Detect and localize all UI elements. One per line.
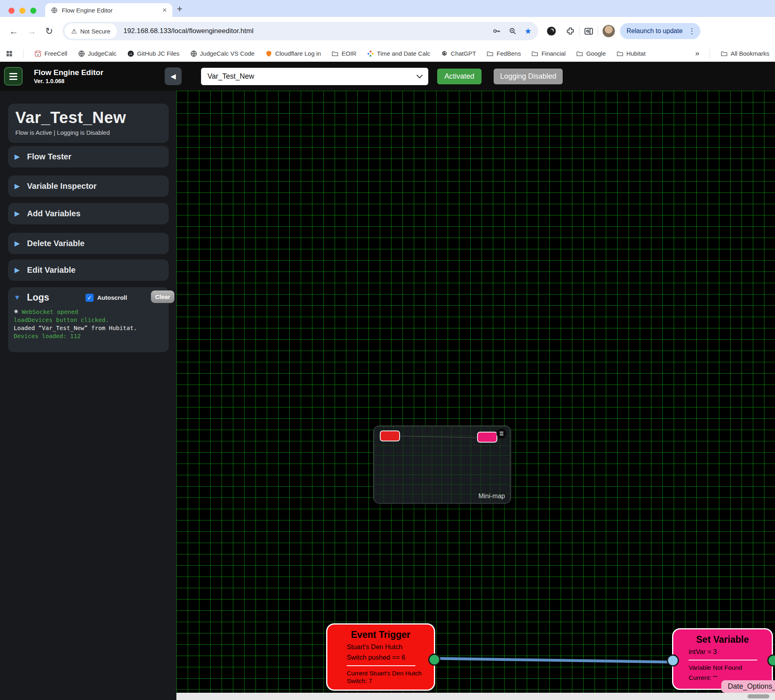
log-entry: Devices loaded: 112 xyxy=(14,332,163,340)
browser-toolbar: ← → ↻ ⚠ Not Secure 192.168.68.133/local/… xyxy=(0,17,775,45)
logging-disabled-button[interactable]: Logging Disabled xyxy=(494,69,563,84)
url-bar[interactable]: ⚠ Not Secure 192.168.68.133/local/flowen… xyxy=(63,22,538,40)
horizontal-scrollbar[interactable] xyxy=(176,693,775,700)
tab-title: Flow Engine Editor xyxy=(62,7,158,14)
output-port[interactable] xyxy=(428,654,440,666)
globe-icon xyxy=(190,50,197,57)
window-minimize-button[interactable] xyxy=(19,8,25,14)
relaunch-label: Relaunch to update xyxy=(626,27,683,35)
mini-map-menu-button[interactable] xyxy=(496,428,507,439)
bookmark-github-jc-files[interactable]: GitHub JC Files xyxy=(127,50,180,57)
tab-favicon-globe-icon xyxy=(51,7,58,14)
collapsed-triangle-icon: ▶ xyxy=(15,209,20,218)
node-condition: Switch pushed == 6 xyxy=(347,654,434,661)
tab-close-icon[interactable]: × xyxy=(162,6,167,15)
browser-menu-icon[interactable]: ⋮ xyxy=(687,27,697,36)
mini-map-node-event-trigger xyxy=(380,430,400,441)
window-close-button[interactable] xyxy=(8,8,15,14)
sidebar-section-delete-variable[interactable]: ▶ Delete Variable xyxy=(8,233,169,254)
bookmark-cloudflare-login[interactable]: Cloudflare Log in xyxy=(265,50,321,57)
app-menu-button[interactable] xyxy=(4,67,23,86)
collapsed-triangle-icon: ▶ xyxy=(15,153,20,161)
mini-map-label: Mini-map xyxy=(478,493,505,500)
relaunch-to-update-button[interactable]: Relaunch to update ⋮ xyxy=(620,23,700,39)
collapsed-triangle-icon: ▶ xyxy=(15,182,20,190)
window-zoom-button[interactable] xyxy=(30,8,36,14)
github-icon xyxy=(127,50,134,57)
forward-icon[interactable]: → xyxy=(27,26,36,37)
bookmarks-overflow-chevron[interactable]: » xyxy=(695,49,699,58)
collapsed-triangle-icon: ▶ xyxy=(15,266,20,274)
node-assignment: intVar = 3 xyxy=(689,648,772,656)
cloudflare-icon xyxy=(265,50,272,57)
site-security-chip[interactable]: ⚠ Not Secure xyxy=(65,23,117,39)
horizontal-scrollbar-thumb[interactable] xyxy=(748,694,769,698)
folder-icon xyxy=(616,50,624,57)
bookmark-star-icon[interactable]: ★ xyxy=(524,26,532,36)
flow-select[interactable]: Var_Test_New xyxy=(201,68,428,85)
sidebar-section-edit-variable[interactable]: ▶ Edit Variable xyxy=(8,259,169,281)
log-entry: WebSocket opened xyxy=(14,308,163,316)
extension-adblock-icon[interactable] xyxy=(546,26,557,36)
expanded-triangle-icon[interactable]: ▼ xyxy=(14,294,21,302)
logs-header: ▼ Logs ✓ Autoscroll Clear xyxy=(14,292,163,303)
reload-icon[interactable]: ↻ xyxy=(45,26,53,37)
folder-icon xyxy=(531,50,538,57)
mini-map[interactable]: Mini-map xyxy=(373,426,511,504)
zoom-icon[interactable] xyxy=(508,27,517,36)
password-key-icon[interactable] xyxy=(492,27,501,36)
color-dots-icon xyxy=(367,50,374,57)
profile-avatar[interactable] xyxy=(602,25,615,38)
bookmark-judgecalc[interactable]: JudgeCalc xyxy=(78,50,117,57)
bookmark-freecell[interactable]: FreeCell xyxy=(34,50,67,57)
sidebar-section-add-variables[interactable]: ▶ Add Variables xyxy=(8,203,169,224)
folder-icon xyxy=(721,50,728,57)
collapsed-triangle-icon: ▶ xyxy=(15,239,20,248)
openai-icon xyxy=(441,50,448,57)
connection-wire xyxy=(176,91,775,693)
new-tab-button[interactable]: + xyxy=(177,3,182,15)
bookmark-eoir[interactable]: EOIR xyxy=(331,50,356,57)
node-status: Current Stuart's Den Hutch Switch: 7 xyxy=(347,669,434,685)
toolbar-divider xyxy=(579,26,580,36)
bookmark-judgecalc-vs-code[interactable]: JudgeCalc VS Code xyxy=(190,50,255,57)
node-event-trigger[interactable]: Event Trigger Stuart's Den Hutch Switch … xyxy=(326,623,435,691)
all-bookmarks-button[interactable]: All Bookmarks xyxy=(721,50,769,57)
log-lines: WebSocket opened loadDevices button clic… xyxy=(14,308,163,340)
warning-icon: ⚠ xyxy=(71,27,77,35)
node-divider xyxy=(689,660,757,660)
bookmarks-divider xyxy=(710,49,710,58)
flow-select-value: Var_Test_New xyxy=(207,72,417,81)
apps-grid-icon[interactable] xyxy=(6,50,13,57)
sidebar-section-flow-tester[interactable]: ▶ Flow Tester xyxy=(8,146,169,167)
clear-logs-button[interactable]: Clear xyxy=(151,290,174,303)
extensions-puzzle-icon[interactable] xyxy=(566,26,575,36)
sidebar-search-icon[interactable] xyxy=(584,26,594,36)
bookmark-hubitat[interactable]: Hubitat xyxy=(616,50,646,57)
log-entry: Loaded “Var_Test_New” from Hubitat. xyxy=(14,324,163,332)
activated-button[interactable]: Activated xyxy=(437,69,482,84)
url-text[interactable]: 192.168.68.133/local/flowengineeditor.ht… xyxy=(124,27,492,35)
flow-canvas[interactable]: Mini-map Event Trigger Stuart's Den Hutc… xyxy=(176,91,775,693)
app-title-block: Flow Engine Editor Ver. 1.0.068 xyxy=(34,68,103,84)
node-divider xyxy=(347,665,415,666)
bookmarks-bar: FreeCell JudgeCalc GitHub JC Files Judge… xyxy=(0,45,775,62)
bookmark-time-date-calc[interactable]: Time and Date Calc xyxy=(367,50,430,57)
sidebar-section-variable-inspector[interactable]: ▶ Variable Inspector xyxy=(8,176,169,197)
bookmark-fedbens[interactable]: FedBens xyxy=(486,50,521,57)
browser-tab[interactable]: Flow Engine Editor × xyxy=(45,3,172,17)
back-icon[interactable]: ← xyxy=(9,26,18,37)
bookmark-chatgpt[interactable]: ChatGPT xyxy=(441,50,476,57)
logs-panel: ▼ Logs ✓ Autoscroll Clear WebSocket open… xyxy=(8,287,169,352)
flow-info-panel: Var_Test_New Flow is Active | Logging is… xyxy=(8,104,169,143)
sidebar: Var_Test_New Flow is Active | Logging is… xyxy=(0,91,176,700)
node-name-tooltip: Date_Options_ xyxy=(721,680,775,693)
flow-status: Flow is Active | Logging is Disabled xyxy=(15,129,161,136)
bookmark-google[interactable]: Google xyxy=(576,50,605,57)
node-device: Stuart's Den Hutch xyxy=(347,643,434,651)
input-port[interactable] xyxy=(667,654,679,667)
flow-back-button[interactable]: ◀ xyxy=(165,67,182,85)
security-label: Not Secure xyxy=(80,28,111,35)
autoscroll-checkbox[interactable]: ✓ xyxy=(86,294,94,302)
bookmark-financial[interactable]: Financial xyxy=(531,50,566,57)
